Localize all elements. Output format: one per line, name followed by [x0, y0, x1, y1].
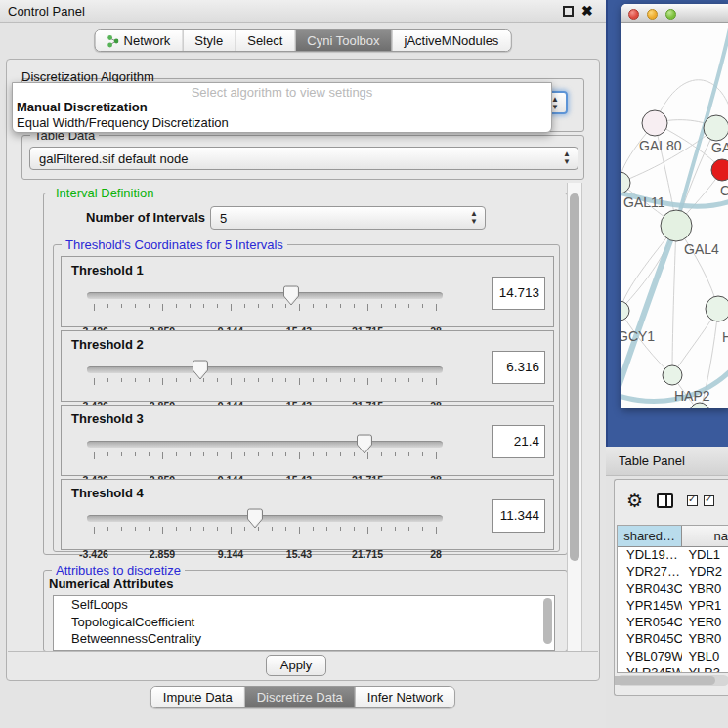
tick-mark: [162, 527, 163, 534]
tick-mark: [299, 378, 300, 385]
list-scrollbar[interactable]: [543, 598, 552, 644]
table-row[interactable]: YBR043CYBR0: [618, 581, 728, 598]
column-header-shared[interactable]: shared…: [618, 526, 682, 547]
column-header-name[interactable]: na: [682, 526, 728, 547]
close-icon[interactable]: ✖: [581, 3, 593, 19]
table-h-scrollbar[interactable]: [617, 675, 728, 686]
tab-discretize-data[interactable]: Discretize Data: [244, 687, 355, 707]
table-cell: YBL079W: [618, 649, 682, 665]
tick-mark: [107, 304, 108, 308]
gear-icon[interactable]: ⚙: [626, 492, 643, 510]
threshold-slider[interactable]: -3.4262.8599.14415.4321.71528: [87, 361, 443, 400]
tick-mark: [436, 378, 437, 385]
tick-mark: [135, 527, 136, 531]
tab-infer-network[interactable]: Infer Network: [355, 687, 454, 707]
dropdown-item[interactable]: Manual Discretization: [13, 100, 551, 115]
tick-mark: [354, 452, 355, 456]
tick-mark: [395, 304, 396, 308]
threshold-slider[interactable]: -3.4262.8599.14415.4321.71528: [87, 509, 443, 548]
table-data-combobox[interactable]: galFiltered.sif default node ▲▼: [29, 147, 578, 170]
threshold-panel: Threshold 1 -3.4262.8599.14415.4321.7152…: [61, 256, 554, 327]
tick-mark: [367, 304, 368, 311]
table-h-scrollbar-thumb[interactable]: [614, 676, 715, 685]
svg-text:GAL80: GAL80: [639, 138, 682, 153]
table-cell: YBR0: [682, 581, 728, 598]
table-row[interactable]: YPR145WYPR1: [618, 598, 728, 615]
slider-track[interactable]: [87, 441, 443, 448]
network-icon: [107, 34, 119, 48]
tick-mark: [272, 378, 273, 382]
scale-label: 21.715: [352, 548, 383, 560]
number-of-intervals-combobox[interactable]: 5 ▲▼: [210, 206, 486, 230]
svg-text:GA: GA: [711, 140, 728, 155]
tick-mark: [121, 378, 122, 382]
network-view-frame: GAL80GACGAL11GAL4GCY1HHAP2: [606, 0, 728, 447]
tick-mark: [190, 527, 191, 531]
threshold-value-field[interactable]: 11.344: [492, 499, 545, 533]
tick-mark: [313, 527, 314, 531]
zoom-traffic-light-icon[interactable]: [665, 9, 676, 20]
table-row[interactable]: YDL19…YDL1: [618, 547, 728, 564]
threshold-label: Threshold 2: [71, 337, 144, 352]
network-window[interactable]: GAL80GACGAL11GAL4GCY1HHAP2: [621, 4, 728, 408]
attribute-list-item[interactable]: SelfLoops: [54, 596, 554, 614]
scale-label: 28: [430, 548, 442, 560]
attribute-list-item[interactable]: TopologicalCoefficient: [54, 614, 554, 631]
tick-mark: [367, 378, 368, 385]
tick-mark: [285, 378, 286, 382]
slider-thumb[interactable]: [357, 434, 372, 454]
threshold-slider[interactable]: -3.4262.8599.14415.4321.71528: [87, 286, 443, 325]
network-canvas[interactable]: GAL80GACGAL11GAL4GCY1HHAP2: [621, 23, 728, 408]
main-scrollbar-track[interactable]: [567, 183, 582, 652]
attributes-group-title: Attributes to discretize: [52, 563, 185, 578]
tick-mark: [313, 452, 314, 456]
threshold-panel: Threshold 4 -3.4262.8599.14415.4321.7152…: [61, 479, 554, 550]
tab-cyni-toolbox[interactable]: Cyni Toolbox: [294, 30, 391, 51]
tick-mark: [299, 304, 300, 311]
svg-text:GAL4: GAL4: [684, 241, 719, 257]
threshold-slider[interactable]: -3.4262.8599.14415.4321.71528: [87, 435, 443, 474]
slider-track[interactable]: [87, 292, 443, 299]
numerical-attributes-list[interactable]: SelfLoopsTopologicalCoefficientBetweenne…: [53, 595, 555, 651]
tick-mark: [436, 304, 437, 311]
control-panel: Control Panel ✖ NetworkStyleSelectCyni T…: [0, 0, 606, 728]
tick-mark: [217, 378, 218, 382]
table-row[interactable]: YDR27…YDR2: [618, 564, 728, 580]
slider-thumb[interactable]: [283, 285, 299, 306]
tick-mark: [190, 304, 191, 308]
tick-mark: [326, 527, 327, 531]
tab-jactivemnodules[interactable]: jActiveMNodules: [392, 30, 511, 51]
main-scrollbar-thumb[interactable]: [570, 193, 579, 561]
slider-thumb[interactable]: [247, 508, 263, 529]
dropdown-item[interactable]: Equal Width/Frequency Discretization: [13, 115, 551, 131]
table-row[interactable]: YLR345WYLR3: [618, 665, 728, 673]
slider-track[interactable]: [87, 366, 443, 373]
tab-network[interactable]: Network: [96, 30, 183, 51]
slider-track[interactable]: [87, 515, 443, 522]
columns-icon[interactable]: [657, 493, 673, 508]
slider-thumb[interactable]: [193, 360, 208, 380]
node-table: shared… na YDL19…YDL1YDR27…YDR2YBR043CYB…: [617, 525, 728, 673]
checkbox-icon[interactable]: [704, 495, 714, 506]
attribute-list-item[interactable]: BetweennessCentrality: [54, 630, 554, 648]
tab-impute-data[interactable]: Impute Data: [151, 687, 244, 707]
tab-select[interactable]: Select: [235, 30, 294, 51]
table-row[interactable]: YBR045CYBR0: [618, 631, 728, 648]
apply-button[interactable]: Apply: [266, 655, 326, 676]
close-traffic-light-icon[interactable]: [628, 9, 639, 20]
tick-mark: [203, 452, 204, 456]
table-row[interactable]: YBL079WYBL0: [618, 649, 728, 665]
tab-style[interactable]: Style: [182, 30, 235, 51]
threshold-value-field[interactable]: 14.713: [492, 277, 545, 310]
table-row[interactable]: YER054CYER0: [618, 615, 728, 631]
threshold-value-field[interactable]: 6.316: [492, 351, 545, 384]
tick-mark: [107, 452, 108, 456]
threshold-value-field[interactable]: 21.4: [492, 425, 545, 458]
table-cell: YBL0: [682, 649, 728, 665]
float-icon[interactable]: [563, 6, 574, 17]
panel-title: Control Panel: [8, 4, 85, 19]
tick-mark: [258, 452, 259, 456]
checkbox-icon[interactable]: [687, 495, 698, 506]
minimize-traffic-light-icon[interactable]: [647, 9, 658, 20]
tick-mark: [176, 378, 177, 382]
